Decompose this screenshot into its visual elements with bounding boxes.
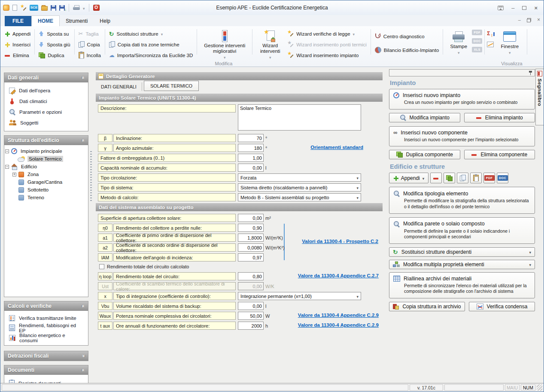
sidebar-item-dati-opera[interactable]: Dati dell'opera [4, 85, 88, 96]
appendi-struttura-button[interactable]: Appendi [389, 173, 429, 183]
wizard-interventi-button[interactable]: ★ Wizard interventi [255, 28, 286, 61]
inclinazione-input[interactable]: 70 [238, 134, 264, 142]
tab-strumenti[interactable]: Strumenti [60, 16, 94, 26]
chart-icon[interactable] [487, 42, 494, 47]
appendice-c29-link-2[interactable]: Valore da 11300-4 Appendice C.2.9 [298, 322, 379, 328]
appendice-c27-link[interactable]: Valore da 11300-4 Appendice C.2.7 [298, 273, 379, 278]
verifica-condensa-button[interactable]: Verifica condensa [469, 302, 535, 311]
mdi-restore-button[interactable] [527, 18, 531, 22]
descrizione-textarea[interactable]: Solare Termico [238, 104, 361, 131]
sidebar-item-rendimenti[interactable]: Rendimenti, fabbisogni ed EP [4, 323, 88, 333]
wizard-impianto-button[interactable]: Wizard inserimento impianto [286, 50, 368, 60]
centro-diagnostico-button[interactable]: Centro diagnostico [373, 31, 441, 41]
sostituisci-disperdenti-button[interactable]: ↻Sostituisci strutture disperdenti [389, 247, 535, 257]
group-header-calcoli[interactable]: Calcoli e verifiche [4, 301, 88, 311]
tab-solare-termico[interactable]: SOLARE TERMICO [144, 81, 199, 91]
elimina-button[interactable]: Elimina [3, 50, 32, 60]
taux-input[interactable]: 2000 [238, 322, 264, 330]
save-icon[interactable] [51, 5, 56, 11]
tree-item-edificio[interactable]: Edificio [5, 163, 87, 170]
sidebar-item-verifica-trasmittanze[interactable]: Verifica trasmittanze limite [4, 313, 88, 323]
open-folder-icon[interactable] [41, 6, 48, 11]
appendice-c29-link[interactable]: Valore da 11300-4 Appendice C.2.9 [298, 313, 379, 318]
finestre-button[interactable]: Finestre [495, 28, 525, 61]
tab-home[interactable]: HOME [31, 15, 60, 26]
tab-file[interactable]: FILE [5, 16, 31, 26]
print-icon[interactable] [73, 5, 80, 11]
copia-struttura-archivio-button[interactable]: Copia struttura in archivio [389, 302, 465, 311]
wizard-icon[interactable] [20, 5, 27, 11]
metodo-calcolo-select[interactable]: Metodo B - Sistemi assemblati su progett… [238, 193, 361, 201]
sposta-su-button[interactable]: Sposta su [37, 29, 72, 39]
iam-input[interactable]: 0,97 [238, 253, 264, 261]
tipo-circolazione-select[interactable]: Forzata [238, 173, 361, 182]
modifica-tipologia-button[interactable]: Modifica tipologia elemento Permette di … [389, 187, 535, 213]
elimina-struttura-button[interactable] [430, 173, 442, 183]
esporta-pdf-button[interactable]: PDF [483, 173, 495, 183]
print-dropdown-arrow[interactable] [83, 4, 85, 12]
sigma-report-icon[interactable]: Σ [487, 30, 495, 36]
stampe-button[interactable]: Stampe [445, 28, 472, 61]
segnalibro-tab[interactable]: Segnalibro [535, 69, 544, 125]
copia-button[interactable]: Copia [77, 40, 103, 49]
ombreggiatura-input[interactable]: 1,00 [238, 154, 264, 162]
gestione-interventi-button[interactable]: Gestione interventi migliorativi [199, 28, 250, 61]
superficie-input[interactable]: 0,00 [238, 214, 264, 222]
tipo-sistema-select[interactable]: Sistema diretto (riscaldamento a pannell… [238, 183, 361, 191]
group-header-documenti[interactable]: Documenti [4, 365, 88, 375]
save-as-icon[interactable]: ↓ [59, 5, 65, 11]
sposta-giu-button[interactable]: Sposta giù [37, 40, 72, 49]
tree-item-impianto-principale[interactable]: Impianto principale [5, 147, 87, 155]
tab-dati-generali[interactable]: DATI GENERALI [96, 82, 142, 91]
minimize-button[interactable]: – [511, 5, 514, 11]
tree-item-terreno[interactable]: Terreno [5, 194, 87, 201]
sce-badge-icon[interactable]: SCE [30, 5, 38, 11]
riallinea-archivi-button[interactable]: Riallinea archivi dei materiali Permette… [389, 272, 535, 298]
tree-item-sottotetto[interactable]: Sottotetto [5, 186, 87, 194]
bilancio-edificio-button[interactable]: Bilancio Edificio-Impianto [373, 45, 441, 55]
appendi-button[interactable]: Appendi [3, 29, 32, 39]
importa-euclide3d-button[interactable]: ☁Importa/Sincronizza da Euclide 3D [107, 50, 195, 60]
tree-item-zona[interactable]: Zona [5, 170, 87, 178]
modifica-impianto-button[interactable]: Modifica impianto [389, 113, 460, 122]
accumulo-input[interactable]: 0,00 [238, 164, 264, 172]
duplica-struttura-button[interactable] [444, 173, 455, 183]
collapse-ribbon-icon[interactable] [498, 6, 504, 10]
esporta-doc-button[interactable]: DOC [497, 173, 508, 183]
new-document-icon[interactable] [12, 5, 17, 11]
collapse-expander[interactable] [5, 165, 9, 169]
sostituisci-strutture-button[interactable]: ↻Sostituisci strutture [107, 29, 195, 39]
copia-dati-zone-button[interactable]: Copia dati tra zone termiche [107, 40, 195, 49]
sidebar-item-bilancio-energetico[interactable]: Bilancio energetico e consumi [4, 333, 88, 343]
inserisci-button[interactable]: Inserisci [3, 40, 32, 49]
copia-struttura-button[interactable] [457, 173, 468, 183]
orientamenti-standard-link[interactable]: Orientamenti standard [310, 145, 363, 150]
azimut-input[interactable]: 180 [238, 144, 264, 152]
tree-item-solare-termico[interactable]: Solare Termico [5, 155, 87, 163]
vbu-input[interactable]: 0,00 [238, 302, 264, 310]
modifica-multipla-button[interactable]: Modifica multipla proprietà elementi [389, 260, 535, 269]
group-header-dati-generali[interactable]: Dati generali [4, 73, 88, 82]
incolla-button[interactable]: Incolla [77, 50, 103, 60]
tipo-integrazione-select[interactable]: Integrazione permanente (x=1,00) [238, 292, 361, 300]
tab-help[interactable]: Help [94, 16, 116, 26]
wizard-verifiche-button[interactable]: Wizard verifiche di legge [286, 29, 368, 39]
inserisci-nuovo-componente-button[interactable]: ∞Inserisci nuovo componente Inserisci un… [389, 126, 535, 147]
rendimento-calcolato-checkbox[interactable] [99, 264, 104, 269]
inserisci-nuovo-impianto-button[interactable]: Inserisci nuovo impianto Crea un nuovo i… [389, 89, 535, 109]
acca-logo-icon[interactable]: O [93, 5, 100, 11]
a1-input[interactable]: 1,8000 [238, 234, 264, 242]
group-header-struttura[interactable]: Struttura dell'edificio [4, 136, 88, 145]
sidebar-item-soggetti[interactable]: Soggetti [4, 117, 88, 128]
modifica-parete-button[interactable]: Modifica parete o solaio composto Permet… [389, 217, 535, 244]
tree-item-garage[interactable]: Garage/Cantina [5, 178, 87, 186]
collapse-expander[interactable] [5, 149, 9, 153]
elimina-impianto-button[interactable]: Elimina impianto [464, 113, 535, 122]
group-header-detrazioni[interactable]: Detrazioni fiscali [4, 351, 88, 361]
duplica-button[interactable]: Duplica [37, 50, 72, 60]
pin-icon[interactable] [529, 70, 532, 76]
close-button[interactable]: × [534, 5, 538, 11]
mdi-minimize-button[interactable]: – [518, 17, 521, 23]
eta0-input[interactable]: 0,90 [238, 224, 264, 232]
eta-loop-input[interactable]: 0,80 [238, 272, 264, 280]
